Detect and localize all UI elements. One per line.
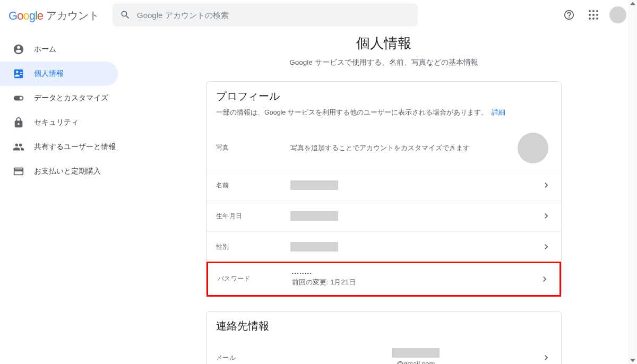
search-input[interactable]	[137, 11, 410, 20]
avatar	[609, 6, 626, 23]
profile-card-title: プロフィール	[216, 89, 552, 103]
card-icon	[13, 166, 24, 177]
sidebar-item-label: 個人情報	[34, 69, 64, 79]
svg-point-4	[592, 14, 595, 16]
sidebar-item-label: セキュリティ	[34, 118, 79, 127]
svg-point-0	[589, 10, 591, 12]
header: Google アカウント	[0, 0, 637, 30]
row-label: メール	[216, 354, 290, 362]
row-gender[interactable]: 性別	[206, 231, 561, 262]
svg-point-8	[596, 18, 598, 20]
row-name[interactable]: 名前	[206, 170, 561, 201]
sidebar-item-home[interactable]: ホーム	[0, 37, 118, 62]
password-mask: ••••••••	[292, 271, 539, 275]
chevron-right-icon	[541, 211, 552, 221]
page-subtitle: Google サービスで使用する、名前、写真などの基本情報	[206, 58, 562, 67]
row-value: 写真を追加することでアカウントをカスタマイズできます	[290, 143, 518, 153]
sidebar: ホーム 個人情報 データとカスタマイズ セキュリティ 共有するユーザーと情報 お…	[0, 30, 131, 364]
row-email[interactable]: メール @gmail.com	[206, 342, 561, 364]
search-box[interactable]	[113, 3, 418, 27]
id-card-icon	[13, 68, 24, 80]
profile-more-link[interactable]: 詳細	[492, 109, 505, 116]
row-value	[290, 211, 541, 221]
row-birthday[interactable]: 生年月日	[206, 201, 561, 231]
password-sub: 前回の変更: 1月21日	[292, 278, 539, 287]
sidebar-item-data[interactable]: データとカスタマイズ	[0, 86, 118, 110]
brand[interactable]: Google アカウント	[8, 8, 104, 22]
sidebar-item-security[interactable]: セキュリティ	[0, 110, 118, 135]
main: 個人情報 Google サービスで使用する、名前、写真などの基本情報 プロフィー…	[131, 30, 637, 364]
svg-point-7	[592, 18, 595, 20]
sidebar-item-label: お支払いと定期購入	[34, 167, 101, 176]
row-value: •••••••• 前回の変更: 1月21日	[292, 271, 539, 287]
redacted-block	[290, 242, 338, 252]
row-label: 性別	[216, 243, 290, 251]
header-actions	[558, 4, 629, 25]
account-menu[interactable]	[607, 4, 629, 25]
sidebar-item-label: 共有するユーザーと情報	[34, 142, 116, 152]
row-value	[290, 180, 541, 190]
svg-point-2	[596, 10, 598, 12]
profile-card-desc: 一部の情報は、Google サービスを利用する他のユーザーに表示される場合があり…	[216, 108, 552, 118]
profile-avatar	[518, 133, 548, 163]
row-label: 生年月日	[216, 212, 290, 220]
row-password[interactable]: パスワード •••••••• 前回の変更: 1月21日	[206, 262, 561, 297]
redacted-block	[290, 180, 338, 190]
sidebar-item-personal-info[interactable]: 個人情報	[0, 62, 118, 86]
home-icon	[13, 44, 24, 55]
row-value	[290, 242, 541, 252]
svg-point-5	[596, 14, 598, 16]
row-photo[interactable]: 写真 写真を追加することでアカウントをカスタマイズできます	[206, 126, 561, 170]
contact-card-title: 連絡先情報	[216, 319, 552, 333]
apps-icon	[589, 10, 598, 20]
chevron-right-icon	[539, 274, 550, 284]
scrollbar[interactable]	[629, 0, 637, 364]
row-label: 名前	[216, 181, 290, 189]
row-value: @gmail.com	[290, 348, 541, 364]
help-icon	[563, 9, 575, 21]
scroll-up-icon	[630, 1, 636, 7]
row-label: 写真	[216, 144, 290, 152]
profile-card: プロフィール 一部の情報は、Google サービスを利用する他のユーザーに表示さ…	[206, 81, 562, 297]
people-icon	[13, 141, 24, 153]
redacted-block	[392, 348, 440, 358]
search-icon	[120, 10, 131, 20]
sidebar-item-label: ホーム	[34, 45, 56, 54]
sidebar-item-label: データとカスタマイズ	[34, 93, 108, 103]
redacted-block	[290, 211, 338, 221]
scroll-down-icon	[630, 357, 636, 363]
google-logo: Google	[8, 9, 43, 23]
page-title: 個人情報	[206, 34, 562, 53]
svg-point-6	[589, 18, 591, 20]
email-domain: @gmail.com	[397, 360, 435, 364]
chevron-right-icon	[541, 352, 552, 363]
chevron-right-icon	[541, 241, 552, 252]
help-button[interactable]	[558, 4, 580, 25]
svg-point-1	[592, 10, 595, 12]
chevron-right-icon	[541, 180, 552, 190]
lock-icon	[13, 117, 24, 128]
sidebar-item-payments[interactable]: お支払いと定期購入	[0, 159, 118, 184]
svg-point-3	[589, 14, 591, 16]
row-label: パスワード	[218, 275, 292, 283]
sidebar-item-sharing[interactable]: 共有するユーザーと情報	[0, 135, 118, 159]
brand-account: アカウント	[46, 8, 99, 23]
toggle-icon	[13, 92, 24, 104]
contact-card: 連絡先情報 メール @gmail.com 電話 再設定用の電話番号を追加してアカ…	[206, 311, 562, 364]
apps-button[interactable]	[583, 4, 604, 25]
